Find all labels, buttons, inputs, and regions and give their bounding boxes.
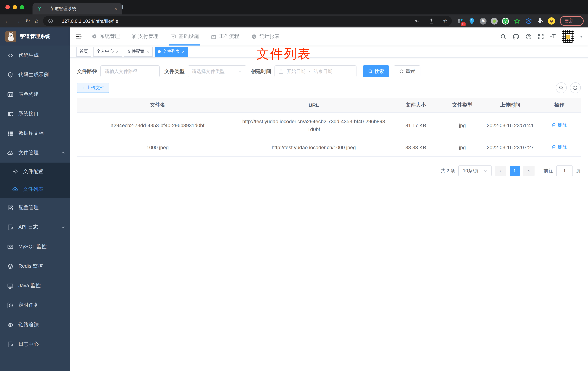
tag-label: 首页 (79, 48, 88, 54)
cell-url: http://test.yudao.iocoder.cn/1000.jpeg (238, 138, 389, 156)
url-text[interactable]: 127.0.0.1:1024/infra/file/file (62, 18, 411, 24)
top-menu-system[interactable]: 系统管理 (86, 27, 126, 45)
cell-file-name: a294ecb2-73dd-4353-bf40-296b8931d0bf (77, 113, 238, 138)
url-bar[interactable]: 127.0.0.1:1024/infra/file/file ☆ (43, 16, 452, 26)
extension-grid-diamond-icon[interactable]: 11 (457, 17, 464, 25)
sliders-icon (7, 111, 13, 117)
site-info-icon[interactable] (47, 18, 53, 24)
cell-file-size: 81.17 KB (389, 113, 442, 138)
sidebar-item-config-management[interactable]: 配置管理 (0, 198, 70, 217)
page-number-button[interactable]: 1 (510, 166, 520, 176)
sidebar-item-form-builder[interactable]: 表单构建 (0, 85, 70, 104)
tag-home[interactable]: 首页 (76, 46, 91, 56)
window-minimize-button[interactable] (13, 5, 17, 9)
window-close-button[interactable] (5, 5, 10, 9)
page-content: 文件路径 文件类型 请选择文件类型 创建时间 开始日期 - 结束日期 (70, 58, 588, 371)
sidebar-item-file-management[interactable]: 文件管理 (0, 143, 70, 163)
sidebar-item-label: Redis 监控 (18, 263, 43, 269)
cloud-upload-icon (12, 186, 18, 192)
sidebar: 芋道管理系统 代码生成 代码生成示例 表单构建 系统接口 (0, 27, 70, 371)
top-menu-reports[interactable]: 统计报表 (245, 27, 286, 45)
extension-command-icon[interactable]: ⌘ (480, 18, 486, 24)
extension-emoji-icon[interactable] (548, 17, 555, 25)
window-zoom-button[interactable] (20, 5, 24, 9)
sidebar-item-file-list[interactable]: 文件列表 (0, 180, 70, 198)
sidebar-item-code-gen-demo[interactable]: 代码生成示例 (0, 65, 70, 85)
form-grid-icon (7, 91, 13, 97)
share-icon[interactable] (429, 18, 435, 24)
user-caret-down-icon[interactable]: ▾ (580, 34, 582, 39)
tab-close-icon[interactable]: × (113, 6, 118, 11)
end-date-placeholder[interactable]: 结束日期 (314, 68, 333, 74)
sidebar-collapse-icon[interactable] (75, 33, 82, 40)
chevron-up-icon (61, 151, 65, 155)
tag-file-list[interactable]: 文件列表 × (155, 46, 188, 56)
file-type-select[interactable]: 请选择文件类型 (188, 65, 246, 77)
github-icon[interactable] (512, 33, 519, 40)
reset-button[interactable]: 重置 (394, 65, 420, 77)
goto-page-input[interactable] (556, 165, 573, 176)
sidebar-item-mysql-monitor[interactable]: MySQL 监控 (0, 237, 70, 256)
tag-close-icon[interactable]: × (146, 49, 149, 54)
font-size-icon[interactable]: TT (550, 34, 556, 39)
sidebar-item-system-api[interactable]: 系统接口 (0, 104, 70, 124)
fullscreen-icon[interactable] (538, 33, 544, 40)
reload-icon[interactable]: ↻ (25, 18, 30, 24)
start-date-placeholder[interactable]: 开始日期 (287, 68, 305, 74)
sidebar-item-api-log[interactable]: API 日志 (0, 217, 70, 237)
file-path-input[interactable] (100, 65, 160, 77)
key-icon[interactable] (414, 18, 420, 24)
extension-y-icon[interactable]: y (502, 18, 509, 24)
sidebar-item-redis-monitor[interactable]: Redis 监控 (0, 256, 70, 276)
table-icon (7, 130, 13, 136)
extension-puzzle-icon[interactable] (536, 17, 544, 25)
tag-close-icon[interactable]: × (182, 49, 185, 54)
delete-button[interactable]: 删除 (552, 121, 567, 129)
search-button[interactable]: 搜索 (363, 65, 389, 77)
sidebar-item-db-doc[interactable]: 数据库文档 (0, 124, 70, 143)
file-table: 文件名 URL 文件大小 文件类型 上传时间 操作 a294ecb2-73dd-… (77, 98, 581, 157)
col-url: URL (238, 98, 389, 113)
extension-star-icon[interactable] (513, 17, 520, 25)
sidebar-item-scheduled-tasks[interactable]: 定时任务 (0, 296, 70, 315)
top-menu-workflow[interactable]: 工作流程 (205, 27, 245, 45)
prev-page-button[interactable]: ‹ (495, 166, 506, 176)
upload-file-button[interactable]: + 上传文件 (77, 83, 109, 93)
tag-file-config[interactable]: 文件配置 × (124, 46, 153, 56)
top-menu-payment[interactable]: ¥ 支付管理 (126, 27, 165, 45)
sidebar-item-file-config[interactable]: 文件配置 (0, 163, 70, 180)
search-icon[interactable] (500, 33, 506, 40)
tag-profile[interactable]: 个人中心 × (93, 46, 122, 56)
toggle-search-button[interactable] (556, 82, 567, 93)
col-file-type: 文件类型 (442, 98, 483, 113)
create-time-label: 创建时间 (251, 68, 271, 74)
sidebar-item-code-gen[interactable]: 代码生成 (0, 45, 70, 65)
help-icon[interactable] (525, 33, 532, 40)
top-menu-infrastructure[interactable]: 基础设施 (165, 27, 205, 45)
tag-close-icon[interactable]: × (116, 49, 119, 54)
sidebar-item-java-monitor[interactable]: Java 监控 (0, 276, 70, 296)
bookmark-star-icon[interactable]: ☆ (443, 18, 448, 23)
forward-icon[interactable]: → (15, 18, 21, 24)
extension-balloon-icon[interactable] (468, 17, 475, 25)
sidebar-item-tracing[interactable]: 链路追踪 (0, 315, 70, 335)
browser-titlebar: 芋道管理系统 × + (0, 0, 588, 14)
browser-tab[interactable]: 芋道管理系统 × (32, 3, 122, 14)
back-icon[interactable]: ← (4, 18, 10, 24)
update-button[interactable]: 更新 ⋮ (560, 16, 584, 26)
avatar[interactable] (562, 30, 574, 43)
date-separator: - (309, 69, 310, 74)
extension-target-icon[interactable] (525, 17, 532, 25)
new-tab-button[interactable]: + (121, 3, 125, 11)
refresh-button[interactable] (570, 82, 581, 93)
home-icon[interactable]: ⌂ (35, 18, 38, 24)
next-page-button[interactable]: › (523, 166, 535, 176)
browser-menu-icon[interactable]: ⋮ (576, 18, 580, 24)
page-size-select[interactable]: 10条/页 (458, 165, 492, 176)
tag-label: 文件列表 (163, 48, 180, 54)
delete-button[interactable]: 删除 (552, 143, 567, 151)
sidebar-item-log-center[interactable]: 日志中心 (0, 335, 70, 354)
file-path-label: 文件路径 (77, 68, 97, 74)
extension-dot-icon[interactable] (491, 18, 498, 24)
date-range-picker[interactable]: 开始日期 - 结束日期 (274, 65, 357, 77)
